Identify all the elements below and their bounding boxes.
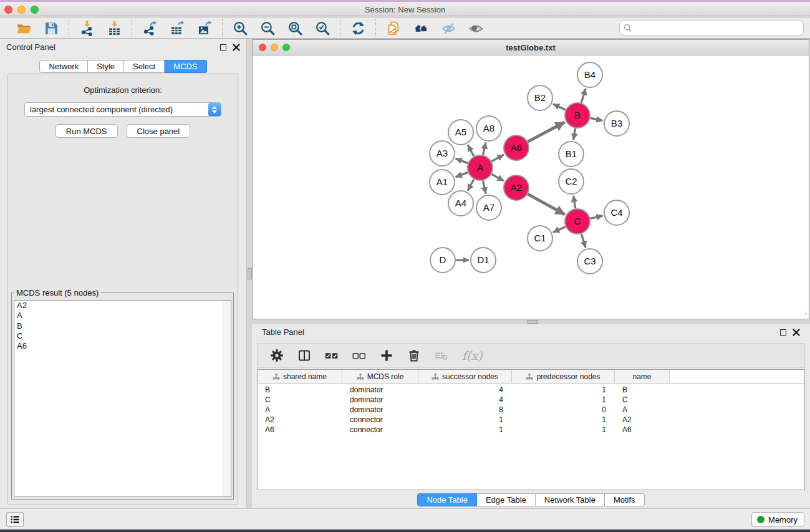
- table-settings-button[interactable]: [270, 349, 284, 362]
- graph-edge-A-A7[interactable]: [483, 181, 486, 194]
- eye-icon: [468, 21, 484, 36]
- column-header-successor-nodes[interactable]: successor nodes: [418, 370, 512, 384]
- tab-network-table[interactable]: Network Table: [536, 493, 605, 506]
- mcds-result-item[interactable]: C: [14, 331, 231, 341]
- graph-edge-A-A8[interactable]: [483, 142, 486, 155]
- table-row[interactable]: A6connector11A6: [258, 425, 804, 435]
- mcds-result-item[interactable]: B: [14, 321, 231, 331]
- table-cell: dominator: [342, 395, 418, 404]
- table-row[interactable]: A2connector11A2: [258, 415, 804, 425]
- memory-button[interactable]: Memory: [751, 512, 804, 527]
- graph-node-label: A: [477, 162, 483, 173]
- export-network-button[interactable]: [141, 20, 158, 36]
- zoom-fit-button[interactable]: [286, 20, 304, 36]
- close-panel-button[interactable]: Close panel: [127, 124, 191, 138]
- column-header-MCDS-role[interactable]: MCDS role: [342, 370, 418, 384]
- network-window-titlebar[interactable]: testGlobe.txt: [253, 40, 809, 56]
- tab-network[interactable]: Network: [39, 60, 88, 73]
- mcds-result-item[interactable]: A: [14, 311, 231, 321]
- show-graphics-details-button[interactable]: [467, 20, 485, 36]
- table-row[interactable]: Cdominator41C: [258, 395, 804, 405]
- mcds-result-list[interactable]: A2ABCA6: [14, 300, 231, 497]
- graph-edge-B-B4[interactable]: [581, 89, 586, 103]
- graph-edge-A-A4[interactable]: [468, 179, 474, 190]
- graph-edge-B-B1[interactable]: [574, 128, 576, 140]
- table-cell: B: [615, 385, 670, 394]
- zoom-in-button[interactable]: [231, 20, 249, 36]
- float-table-panel-icon[interactable]: [780, 329, 786, 336]
- graph-edge-C-C4[interactable]: [590, 216, 602, 218]
- mcds-result-item[interactable]: A6: [14, 341, 231, 351]
- network-canvas[interactable]: B4B2BB3A8A5A6A3B1AA1C2A2A4A7CC4C1C3DD1: [253, 56, 809, 319]
- graph-edge-A-A6[interactable]: [491, 155, 503, 162]
- float-panel-icon[interactable]: [220, 44, 226, 51]
- graph-edge-A2-C[interactable]: [528, 194, 564, 215]
- horizontal-split-handle[interactable]: [527, 320, 538, 324]
- export-table-button[interactable]: [168, 20, 186, 36]
- graph-edge-A6-B[interactable]: [528, 122, 565, 142]
- column-header-name[interactable]: name: [615, 370, 670, 384]
- graph-edge-B-B2[interactable]: [553, 104, 566, 110]
- apply-layout-button[interactable]: [349, 20, 367, 36]
- table-row[interactable]: Bdominator41B: [258, 385, 804, 395]
- home-layouts-button[interactable]: [412, 20, 430, 36]
- mcds-result-item[interactable]: A2: [14, 301, 231, 311]
- close-panel-icon[interactable]: [233, 44, 240, 51]
- clone-network-button[interactable]: [385, 20, 402, 36]
- graph-edge-C-C3[interactable]: [581, 234, 586, 248]
- graph-node-label: A2: [511, 182, 522, 193]
- export-image-button[interactable]: [196, 20, 213, 36]
- graph-edge-C-C1[interactable]: [553, 227, 566, 233]
- tab-motifs[interactable]: Motifs: [605, 493, 645, 506]
- column-header-shared-name[interactable]: shared name: [258, 370, 342, 384]
- tab-style[interactable]: Style: [88, 60, 124, 73]
- plus-icon: [380, 349, 393, 362]
- tab-node-table[interactable]: Node Table: [417, 493, 477, 506]
- close-table-panel-icon[interactable]: [793, 329, 800, 336]
- column-header-predecessor-nodes[interactable]: predecessor nodes: [512, 370, 615, 384]
- search-icon: [624, 24, 632, 32]
- column-type-icon: [526, 373, 533, 380]
- global-search[interactable]: [619, 20, 804, 36]
- result-list-scrollbar[interactable]: [223, 301, 231, 496]
- graph-node-label: A4: [455, 198, 466, 208]
- delete-table-button[interactable]: [435, 349, 448, 362]
- mcds-result-title: MCDS result (5 nodes): [14, 288, 100, 297]
- node-table[interactable]: shared nameMCDS rolesuccessor nodesprede…: [257, 369, 805, 490]
- clone-network-icon: [386, 21, 402, 36]
- graph-edge-A-A2[interactable]: [491, 174, 503, 181]
- trash-icon: [407, 349, 421, 362]
- zoom-selected-button[interactable]: [314, 20, 331, 36]
- tab-select[interactable]: Select: [124, 60, 165, 73]
- hide-selected-button[interactable]: [440, 20, 457, 36]
- graph-edge-B-B3[interactable]: [591, 118, 603, 120]
- import-network-button[interactable]: [78, 20, 95, 36]
- tab-edge-table[interactable]: Edge Table: [477, 493, 536, 506]
- import-table-button[interactable]: [105, 20, 123, 36]
- select-all-columns-button[interactable]: [325, 349, 339, 362]
- table-cell: connector: [342, 425, 418, 434]
- tab-mcds[interactable]: MCDS: [165, 60, 206, 73]
- zoom-out-button[interactable]: [259, 20, 276, 36]
- columns-icon: [297, 349, 311, 362]
- optimization-criterion-dropdown[interactable]: largest connected component (directed): [24, 102, 221, 117]
- table-row[interactable]: Adominator80A: [258, 405, 804, 415]
- vertical-split-handle[interactable]: [248, 268, 252, 279]
- task-history-button[interactable]: [6, 512, 24, 527]
- open-file-button[interactable]: [15, 20, 32, 36]
- show-column-button[interactable]: [297, 349, 311, 362]
- resize-grip-icon[interactable]: [799, 309, 808, 317]
- graph-edge-A-A1[interactable]: [456, 172, 468, 177]
- function-builder-button[interactable]: f(x): [462, 349, 483, 362]
- save-session-button[interactable]: [42, 20, 60, 36]
- delete-column-button[interactable]: [407, 349, 421, 362]
- graph-edge-C-C2[interactable]: [574, 196, 576, 209]
- run-mcds-button[interactable]: Run MCDS: [55, 124, 118, 138]
- create-column-button[interactable]: [380, 349, 393, 362]
- search-input[interactable]: [635, 24, 799, 32]
- graph-edge-A-A5[interactable]: [468, 145, 474, 156]
- graph-edge-A-A3[interactable]: [456, 158, 468, 163]
- unselect-all-columns-button[interactable]: [352, 349, 366, 362]
- table-cell: A6: [615, 425, 670, 434]
- delete-table-icon: [435, 349, 448, 362]
